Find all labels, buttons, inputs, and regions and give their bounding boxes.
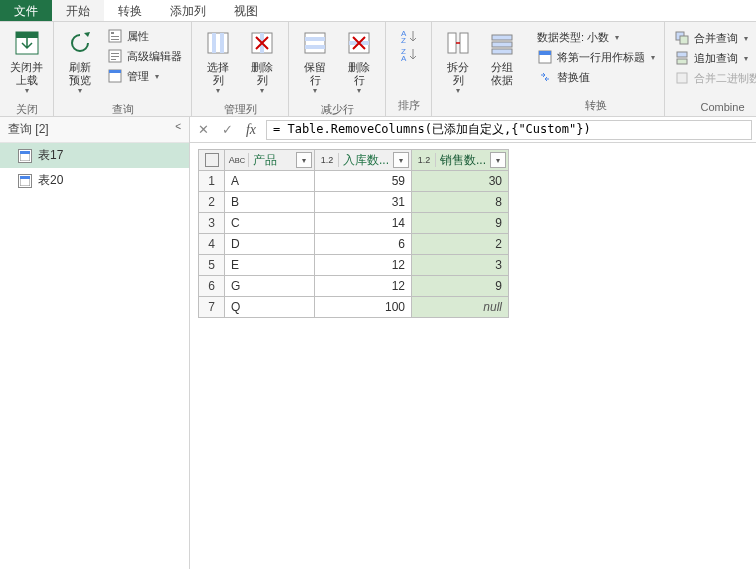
column-header[interactable]: ABC产品▾ [225, 150, 315, 171]
manage-button[interactable]: 管理 ▾ [104, 67, 185, 85]
caret-down-icon: ▾ [744, 34, 748, 43]
ribbon-group-query: 刷新 预览 ▾ 属性 高级编辑器 管理 ▾ 查询 [54, 22, 192, 116]
column-header[interactable]: 1.2销售数...▾ [412, 150, 509, 171]
sort-desc-button[interactable]: ZA [399, 46, 419, 62]
keep-rows-icon [299, 27, 331, 59]
data-cell[interactable]: A [225, 171, 315, 192]
group-by-button[interactable]: 分组 依据 [480, 25, 524, 89]
svg-rect-17 [305, 33, 325, 53]
svg-rect-11 [109, 70, 121, 73]
close-and-load-button[interactable]: 关闭并 上载 ▾ [4, 25, 49, 97]
svg-rect-4 [111, 36, 119, 37]
column-header[interactable]: 1.2入库数...▾ [315, 150, 412, 171]
query-item[interactable]: 表20 [0, 168, 189, 193]
refresh-icon [64, 27, 96, 59]
filter-button[interactable]: ▾ [393, 152, 409, 168]
caret-down-icon: ▾ [744, 54, 748, 63]
svg-text:A: A [401, 54, 407, 62]
data-cell[interactable]: 2 [412, 234, 509, 255]
properties-button[interactable]: 属性 [104, 27, 185, 45]
advanced-editor-button[interactable]: 高级编辑器 [104, 47, 185, 65]
row-number[interactable]: 5 [199, 255, 225, 276]
data-cell[interactable]: 14 [315, 213, 412, 234]
select-all-corner[interactable] [199, 150, 225, 171]
svg-rect-29 [492, 42, 512, 47]
append-queries-button[interactable]: 追加查询 ▾ [671, 49, 756, 67]
data-cell[interactable]: 6 [315, 234, 412, 255]
query-item[interactable]: 表17 [0, 143, 189, 168]
refresh-preview-button[interactable]: 刷新 预览 ▾ [58, 25, 102, 97]
data-cell[interactable]: 100 [315, 297, 412, 318]
svg-rect-36 [677, 59, 687, 64]
data-cell[interactable]: B [225, 192, 315, 213]
data-cell[interactable]: 12 [315, 276, 412, 297]
data-type-button[interactable]: 数据类型: 小数 ▾ [534, 29, 658, 46]
row-number[interactable]: 1 [199, 171, 225, 192]
tab-transform[interactable]: 转换 [104, 0, 156, 21]
data-cell[interactable]: 8 [412, 192, 509, 213]
combine-binary-button[interactable]: 合并二进制数据 [671, 69, 756, 87]
append-icon [674, 50, 690, 66]
data-cell[interactable]: D [225, 234, 315, 255]
formula-commit-button[interactable]: ✓ [218, 121, 236, 139]
svg-rect-28 [492, 35, 512, 40]
svg-rect-35 [677, 52, 687, 57]
formula-bar: ✕ ✓ fx [190, 117, 756, 143]
formula-cancel-button[interactable]: ✕ [194, 121, 212, 139]
tab-view[interactable]: 视图 [220, 0, 272, 21]
binary-icon [674, 70, 690, 86]
data-cell[interactable]: 9 [412, 276, 509, 297]
ribbon: 关闭并 上载 ▾ 关闭 刷新 预览 ▾ 属性 高级编 [0, 22, 756, 117]
row-number[interactable]: 3 [199, 213, 225, 234]
row-number[interactable]: 7 [199, 297, 225, 318]
first-row-header-button[interactable]: 将第一行用作标题 ▾ [534, 48, 658, 66]
data-cell[interactable]: 3 [412, 255, 509, 276]
data-cell[interactable]: 30 [412, 171, 509, 192]
remove-rows-icon [343, 27, 375, 59]
choose-cols-icon [202, 27, 234, 59]
svg-rect-3 [111, 32, 114, 34]
data-cell[interactable]: 59 [315, 171, 412, 192]
caret-down-icon: ▾ [357, 86, 361, 95]
data-cell[interactable]: E [225, 255, 315, 276]
svg-rect-9 [111, 59, 116, 60]
replace-values-button[interactable]: 替换值 [534, 68, 658, 86]
data-cell[interactable]: C [225, 213, 315, 234]
editor-icon [107, 48, 123, 64]
remove-rows-button[interactable]: 删除 行 ▾ [337, 25, 381, 97]
data-cell[interactable]: 31 [315, 192, 412, 213]
data-cell[interactable]: 9 [412, 213, 509, 234]
ribbon-tabstrip: 文件 开始 转换 添加列 视图 [0, 0, 756, 22]
filter-button[interactable]: ▾ [490, 152, 506, 168]
caret-down-icon: ▾ [615, 33, 619, 42]
caret-down-icon: ▾ [651, 53, 655, 62]
svg-rect-26 [448, 33, 456, 53]
data-cell[interactable]: G [225, 276, 315, 297]
row-number[interactable]: 6 [199, 276, 225, 297]
row-number[interactable]: 4 [199, 234, 225, 255]
remove-columns-button[interactable]: 删除 列 ▾ [240, 25, 284, 97]
tab-file[interactable]: 文件 [0, 0, 52, 21]
data-cell[interactable]: Q [225, 297, 315, 318]
svg-rect-32 [539, 51, 551, 55]
tab-home[interactable]: 开始 [52, 0, 104, 21]
sort-asc-button[interactable]: AZ [399, 28, 419, 44]
svg-rect-39 [20, 151, 30, 154]
filter-button[interactable]: ▾ [296, 152, 312, 168]
caret-down-icon: ▾ [260, 86, 264, 95]
keep-rows-button[interactable]: 保留 行 ▾ [293, 25, 337, 97]
split-column-button[interactable]: 拆分 列 ▾ [436, 25, 480, 97]
tab-add-column[interactable]: 添加列 [156, 0, 220, 21]
svg-rect-8 [111, 56, 119, 57]
replace-icon [537, 69, 553, 85]
choose-columns-button[interactable]: 选择 列 ▾ [196, 25, 240, 97]
data-cell[interactable]: null [412, 297, 509, 318]
formula-input[interactable] [266, 120, 752, 140]
row-number[interactable]: 2 [199, 192, 225, 213]
merge-queries-button[interactable]: 合并查询 ▾ [671, 29, 756, 47]
data-cell[interactable]: 12 [315, 255, 412, 276]
close-load-icon [11, 27, 43, 59]
data-grid[interactable]: ABC产品▾1.2入库数...▾1.2销售数...▾1A59302B3183C1… [190, 143, 756, 569]
caret-down-icon: ▾ [78, 86, 82, 95]
sidebar-header[interactable]: 查询 [2] < [0, 117, 189, 143]
